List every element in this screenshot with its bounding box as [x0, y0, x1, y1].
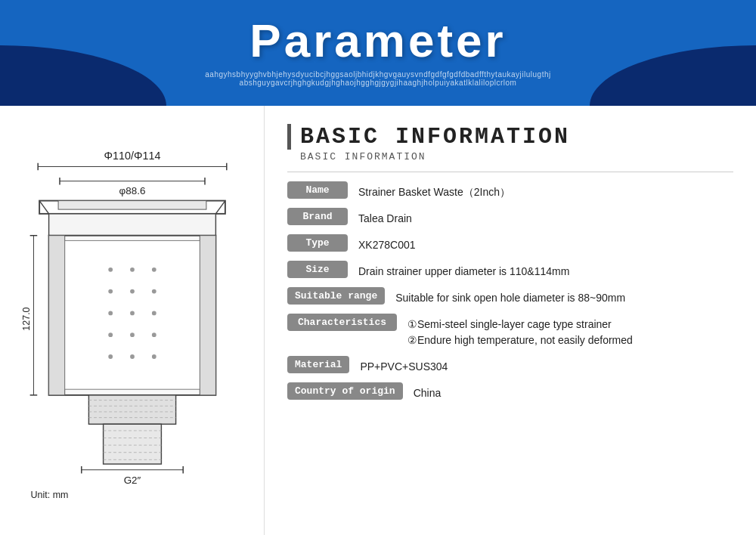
svg-point-26 [108, 332, 113, 337]
param-row-country: Country of origin China [287, 382, 733, 401]
param-value-name: Strainer Basket Waste（2Inch） [358, 181, 510, 200]
param-label-material: Material [287, 356, 349, 373]
svg-rect-9 [58, 201, 206, 210]
svg-text:G2″: G2″ [123, 475, 141, 486]
param-row-name: Name Strainer Basket Waste（2Inch） [287, 181, 733, 200]
info-panel: BASIC INFORMATION BASIC INFORMATION Name… [265, 106, 756, 535]
svg-rect-14 [48, 236, 64, 395]
param-label-characteristics: Characteristics [287, 314, 397, 331]
param-row-characteristics: Characteristics ①Semi-steel single-layer… [287, 314, 733, 348]
param-value-suitable: Suitable for sink open hole diameter is … [395, 287, 625, 306]
param-label-type: Type [287, 234, 348, 252]
basic-info-title: BASIC INFORMATION [287, 124, 733, 150]
svg-rect-15 [200, 236, 215, 395]
svg-point-27 [130, 332, 135, 337]
param-label-suitable: Suitable range [287, 287, 385, 305]
param-row-suitable: Suitable range Suitable for sink open ho… [287, 287, 733, 306]
param-value-material: PP+PVC+SUS304 [360, 356, 448, 375]
param-row-size: Size Drain strainer upper diameter is 11… [287, 261, 733, 280]
svg-point-17 [108, 268, 113, 272]
svg-rect-36 [88, 395, 175, 424]
svg-rect-41 [103, 424, 161, 464]
basic-info-subtitle: BASIC INFORMATION [300, 151, 733, 162]
header: Parameter aahgyhsbhyyghvbhjehysdyucibcjh… [0, 0, 756, 106]
svg-point-21 [130, 289, 135, 294]
svg-point-30 [130, 354, 135, 359]
header-title: Parameter [0, 0, 756, 67]
param-label-size: Size [287, 261, 348, 278]
svg-point-31 [151, 354, 156, 359]
svg-rect-10 [48, 214, 215, 236]
param-value-size: Drain strainer upper diameter is 110&114… [358, 261, 569, 280]
param-value-country: China [414, 382, 442, 401]
svg-line-11 [39, 201, 48, 214]
param-label-brand: Brand [287, 208, 348, 225]
param-row-material: Material PP+PVC+SUS304 [287, 356, 733, 375]
svg-point-18 [130, 268, 135, 272]
param-label-name: Name [287, 181, 348, 199]
svg-point-25 [151, 311, 156, 316]
svg-line-12 [215, 201, 225, 214]
main-content: Φ110/Φ114 φ88.6 [0, 106, 756, 535]
param-value-brand: Talea Drain [358, 208, 412, 227]
svg-text:Unit: mm: Unit: mm [30, 490, 68, 500]
svg-point-29 [108, 354, 113, 359]
characteristics-line2: ②Endure high temperature, not easily def… [407, 332, 633, 348]
svg-point-23 [108, 311, 113, 316]
svg-point-22 [151, 289, 156, 294]
divider [287, 172, 733, 172]
svg-point-19 [151, 268, 156, 272]
svg-text:φ88.6: φ88.6 [119, 185, 145, 196]
svg-point-20 [108, 289, 113, 294]
svg-point-24 [130, 311, 135, 316]
param-row-type: Type XK278C001 [287, 234, 733, 253]
param-value-characteristics: ①Semi-steel single-layer cage type strai… [407, 314, 633, 348]
svg-point-28 [151, 332, 156, 337]
diagram-panel: Φ110/Φ114 φ88.6 [0, 106, 265, 535]
svg-text:127.0: 127.0 [20, 307, 31, 330]
svg-text:Φ110/Φ114: Φ110/Φ114 [104, 150, 160, 162]
product-diagram: Φ110/Φ114 φ88.6 [19, 139, 246, 502]
param-value-type: XK278C001 [358, 234, 416, 253]
param-row-brand: Brand Talea Drain [287, 208, 733, 227]
header-subtitle: aahgyhsbhyyghvbhjehysdyucibcjhggsaoljbhi… [0, 67, 756, 87]
characteristics-line1: ①Semi-steel single-layer cage type strai… [407, 317, 633, 332]
param-label-country: Country of origin [287, 382, 403, 400]
